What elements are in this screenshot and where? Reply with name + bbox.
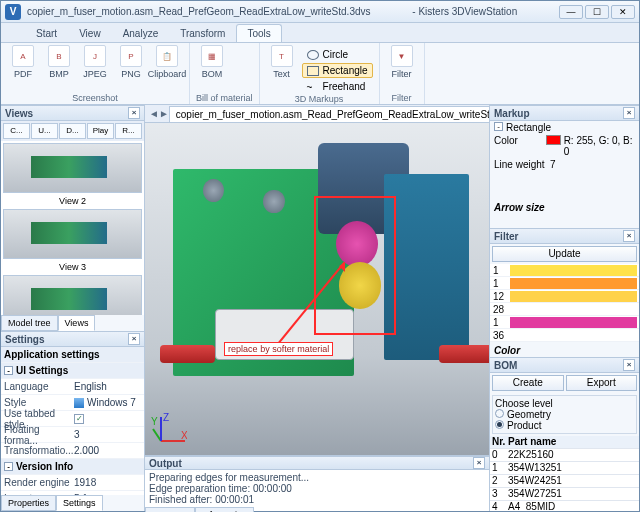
views-panel-close[interactable]: × [128, 107, 140, 119]
filter-color-label: Color [494, 345, 520, 356]
setting-value[interactable]: Windows 7 [87, 397, 136, 408]
group-screenshot-label: Screenshot [7, 93, 183, 104]
filter-row[interactable]: 1 [490, 264, 639, 277]
collapse-icon[interactable]: - [4, 366, 13, 375]
view-thumbnail[interactable] [3, 143, 142, 193]
close-button[interactable]: ✕ [611, 5, 635, 19]
app-settings-header[interactable]: Application settings [4, 349, 100, 360]
choose-level-label: Choose level [495, 398, 634, 409]
radio-geometry-label: Geometry [507, 409, 551, 420]
bom-row[interactable]: 2354W24251 [490, 475, 639, 488]
bom-part-name: A4_85MID [508, 501, 639, 511]
tab-information[interactable]: Information [195, 507, 254, 512]
filter-row[interactable]: 12 [490, 290, 639, 303]
view-thumbnail[interactable] [3, 275, 142, 315]
filter-panel-close[interactable]: × [623, 230, 635, 242]
screenshot-jpeg-button[interactable]: JJPEG [79, 45, 111, 79]
bom-col-part[interactable]: Part name [508, 436, 639, 448]
filter-count: 28 [490, 304, 510, 315]
view-thumbnail-label: View 2 [1, 195, 144, 207]
settings-panel-close[interactable]: × [128, 333, 140, 345]
filter-update-button[interactable]: Update [492, 246, 637, 262]
output-panel-title: Output [149, 458, 182, 469]
bom-row[interactable]: 1354W13251 [490, 462, 639, 475]
bom-panel-close[interactable]: × [623, 359, 635, 371]
screenshot-png-button[interactable]: PPNG [115, 45, 147, 79]
annotation-label[interactable]: replace by softer material [224, 342, 333, 356]
filter-count: 1 [490, 278, 510, 289]
setting-value[interactable]: 2.000 [74, 445, 99, 456]
filter-color-swatch [510, 278, 637, 289]
tab-analyze[interactable]: Analyze [112, 24, 170, 42]
bom-icon: ▦ [201, 45, 223, 67]
markup-lineweight-value[interactable]: 7 [550, 159, 556, 170]
views-tab-play[interactable]: Play [87, 123, 114, 139]
style-swatch-icon [74, 398, 84, 408]
screenshot-bmp-button[interactable]: BBMP [43, 45, 75, 79]
screenshot-clipboard-button[interactable]: 📋Clipboard [151, 45, 183, 79]
views-tab-c[interactable]: C... [3, 123, 30, 139]
markup-rectangle-button[interactable]: Rectangle [302, 63, 373, 78]
3d-viewport[interactable]: replace by softer material X Y Z [145, 123, 489, 455]
tab-tools[interactable]: Tools [236, 24, 281, 42]
bom-row[interactable]: 022K25160 [490, 449, 639, 462]
setting-value[interactable]: 3 [74, 429, 80, 440]
doc-next-button[interactable]: ► [159, 108, 169, 119]
setting-value[interactable]: English [74, 381, 107, 392]
filter-button[interactable]: ▼Filter [386, 45, 418, 79]
markup-text-button[interactable]: TText [266, 45, 298, 79]
bom-export-button[interactable]: Export [566, 375, 638, 391]
tab-views[interactable]: Views [58, 315, 96, 331]
bom-part-name: 354W13251 [508, 462, 639, 474]
filter-row[interactable]: 1 [490, 277, 639, 290]
markup-rectangle-group[interactable]: Rectangle [506, 122, 551, 133]
collapse-icon[interactable]: - [494, 122, 503, 131]
markup-freehand-button[interactable]: ~Freehand [302, 79, 373, 94]
bom-part-name: 354W27251 [508, 488, 639, 500]
filter-color-swatch [510, 265, 637, 276]
tab-transform[interactable]: Transform [169, 24, 236, 42]
view-thumbnail[interactable] [3, 209, 142, 259]
tab-progress[interactable]: Progress [145, 507, 195, 512]
bom-part-name: 22K25160 [508, 449, 639, 461]
markup-circle-button[interactable]: Circle [302, 47, 373, 62]
radio-product[interactable] [495, 420, 504, 429]
bom-create-button[interactable]: Create [492, 375, 564, 391]
filter-row[interactable]: 1 [490, 316, 639, 329]
group-version-info[interactable]: Version Info [16, 461, 73, 472]
app-menu-button[interactable]: V [5, 4, 21, 20]
bom-col-nr[interactable]: Nr. [490, 436, 508, 448]
circle-icon [307, 50, 319, 60]
views-tab-r[interactable]: R... [115, 123, 142, 139]
document-tab[interactable]: copier_m_fuser_motion.asm_Read_PrefGeom_… [169, 106, 527, 122]
output-panel-close[interactable]: × [473, 457, 485, 469]
tab-properties[interactable]: Properties [1, 495, 56, 511]
markup-panel-close[interactable]: × [623, 107, 635, 119]
screenshot-pdf-button[interactable]: APDF [7, 45, 39, 79]
bom-button[interactable]: ▦BOM [196, 45, 228, 79]
collapse-icon[interactable]: - [4, 462, 13, 471]
tab-start[interactable]: Start [25, 24, 68, 42]
group-ui-settings[interactable]: UI Settings [16, 365, 68, 376]
filter-color-swatch [510, 317, 637, 328]
bmp-icon: B [48, 45, 70, 67]
filter-row[interactable]: 28 [490, 303, 639, 316]
bom-row[interactable]: 4A4_85MID [490, 501, 639, 511]
radio-product-label: Product [507, 420, 541, 431]
setting-value: 1918 [74, 477, 96, 488]
axis-triad[interactable]: X Y Z [151, 413, 187, 449]
filter-count: 1 [490, 317, 510, 328]
tab-settings[interactable]: Settings [56, 495, 103, 511]
tabbed-checkbox[interactable]: ✓ [74, 414, 84, 424]
tab-model-tree[interactable]: Model tree [1, 315, 58, 331]
maximize-button[interactable]: ☐ [585, 5, 609, 19]
tab-view[interactable]: View [68, 24, 112, 42]
filter-row[interactable]: 36 [490, 329, 639, 342]
minimize-button[interactable]: — [559, 5, 583, 19]
color-swatch[interactable] [546, 135, 561, 145]
views-tab-d[interactable]: D... [59, 123, 86, 139]
doc-prev-button[interactable]: ◄ [149, 108, 159, 119]
views-tab-u[interactable]: U... [31, 123, 58, 139]
radio-geometry[interactable] [495, 409, 504, 418]
bom-row[interactable]: 3354W27251 [490, 488, 639, 501]
